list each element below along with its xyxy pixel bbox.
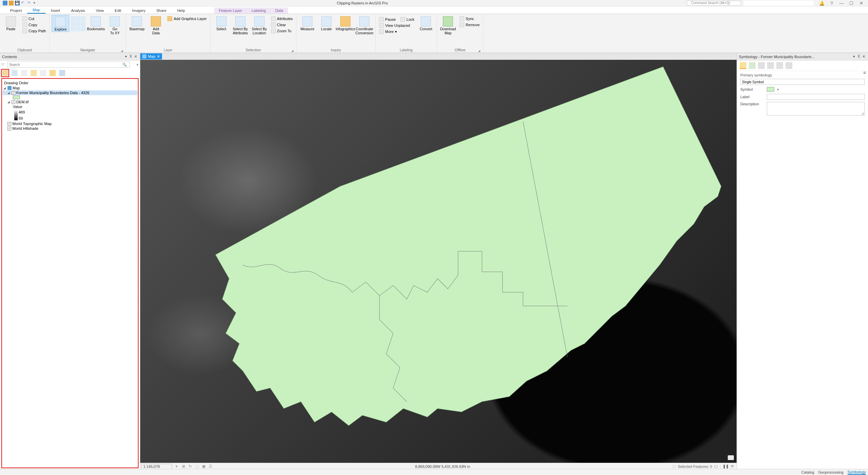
minimize-icon[interactable]: — xyxy=(838,1,845,6)
notifications-icon[interactable]: 🔔 xyxy=(818,1,825,6)
select-button[interactable]: Select xyxy=(213,15,230,31)
vary-by-attribute-tab-icon[interactable] xyxy=(749,62,756,69)
sync-button[interactable]: Sync xyxy=(458,16,481,21)
maximize-icon[interactable]: ☐ xyxy=(848,1,855,6)
symbology-close-icon[interactable]: ✕ xyxy=(861,54,866,59)
help-icon[interactable]: ? xyxy=(828,1,835,6)
tab-share[interactable]: Share xyxy=(151,7,172,14)
download-map-button[interactable]: Download Map xyxy=(439,15,457,35)
map-tab-close-icon[interactable]: ✕ xyxy=(157,54,160,59)
footer-tab-symbology[interactable]: Symbology xyxy=(848,470,866,475)
coordinate-conversion-button[interactable]: Coordinate Conversion xyxy=(356,15,373,35)
caret-icon[interactable]: ◢ xyxy=(7,91,11,94)
view-unplaced-button[interactable]: View Unplaced xyxy=(378,23,416,28)
list-by-selection-icon[interactable] xyxy=(21,70,27,76)
checkbox-topo[interactable]: ✓ xyxy=(7,122,11,126)
select-by-location-button[interactable]: Select By Location xyxy=(251,15,268,35)
caret-icon[interactable]: ◢ xyxy=(3,86,6,90)
selection-dialog-launcher[interactable]: ◢ xyxy=(291,49,293,52)
qat-customize-icon[interactable]: ▾ xyxy=(33,1,38,5)
infographics-button[interactable]: Infographics xyxy=(337,15,354,31)
list-by-labeling-icon[interactable] xyxy=(50,70,56,76)
contents-dropdown-icon[interactable]: ▾ xyxy=(124,54,128,59)
contents-search-input[interactable] xyxy=(7,61,130,68)
footer-tab-geoprocessing[interactable]: Geoprocessing xyxy=(818,470,844,474)
command-search-input[interactable]: Command Search (Alt+Q) xyxy=(687,1,741,6)
symbology-menu-icon[interactable]: ≡ xyxy=(863,70,866,75)
tab-feature-layer[interactable]: Feature Layer xyxy=(214,7,247,14)
redo-icon[interactable]: ↷ xyxy=(27,1,32,5)
attributes-button[interactable]: Attributes xyxy=(270,16,294,21)
layer-boundaries[interactable]: ◢ ✓ Former Municipality Boundaries Data … xyxy=(3,90,137,95)
tab-edit[interactable]: Edit xyxy=(109,7,127,14)
add-graphics-layer-button[interactable]: Add Graphics Layer xyxy=(166,16,208,21)
explore-button[interactable]: Explore xyxy=(52,15,69,32)
paste-button[interactable]: Paste xyxy=(2,15,20,31)
symbology-dropdown-icon[interactable]: ▾ xyxy=(852,54,856,59)
caret-icon[interactable]: ◢ xyxy=(7,100,11,104)
filter-icon[interactable]: ▽ xyxy=(1,62,6,67)
scale-dropdown-icon[interactable]: ▾ xyxy=(174,464,179,469)
bookmarks-button[interactable]: Bookmarks xyxy=(87,15,105,31)
label-input[interactable] xyxy=(767,94,865,100)
pause-drawing-icon[interactable]: ❚❚ xyxy=(723,464,729,469)
zoom-to-selection-button[interactable]: Zoom To xyxy=(270,28,294,34)
tab-view[interactable]: View xyxy=(90,7,109,14)
list-by-snapping-icon[interactable] xyxy=(40,70,46,76)
undo-icon[interactable]: ↶ xyxy=(21,1,26,5)
select-by-attributes-button[interactable]: Select By Attributes xyxy=(232,15,249,35)
tab-project[interactable]: Project xyxy=(5,7,27,14)
rotation-icon[interactable]: ↻ xyxy=(188,464,193,469)
pause-labels-button[interactable]: Pause Lock xyxy=(378,17,416,22)
scale-input[interactable]: 1:145,078 xyxy=(142,464,172,469)
primary-symbology-tab-icon[interactable] xyxy=(740,62,746,69)
convert-labels-button[interactable]: Convert xyxy=(417,15,435,31)
footer-tab-catalog[interactable]: Catalog xyxy=(801,470,814,474)
basemap-button[interactable]: Basemap xyxy=(128,15,146,31)
layer-hillshade[interactable]: ✓ World Hillshade xyxy=(3,126,137,131)
list-by-editing-icon[interactable] xyxy=(31,70,37,76)
map-canvas[interactable] xyxy=(140,60,737,463)
labeling-more-button[interactable]: More ▾ xyxy=(378,29,416,34)
symbol-patch-boundaries[interactable] xyxy=(3,95,137,100)
nav-direction-pad[interactable] xyxy=(71,15,86,31)
copy-button[interactable]: Copy xyxy=(21,22,47,28)
tab-help[interactable]: Help xyxy=(172,7,191,14)
cut-button[interactable]: Cut xyxy=(21,16,47,21)
contents-pin-icon[interactable]: ⊼ xyxy=(128,54,133,59)
tab-data[interactable]: Data xyxy=(271,7,288,14)
list-by-drawing-order-icon[interactable] xyxy=(2,70,8,76)
display-tab-icon[interactable] xyxy=(785,62,792,69)
checkbox-boundaries[interactable]: ✓ xyxy=(12,91,15,95)
list-by-data-source-icon[interactable] xyxy=(12,70,18,76)
tab-imagery[interactable]: Imagery xyxy=(127,7,151,14)
list-by-perceptual-icon[interactable] xyxy=(59,70,65,76)
close-window-icon[interactable]: ✕ xyxy=(858,1,865,6)
tab-labeling[interactable]: Labeling xyxy=(247,7,271,14)
primary-symbology-select[interactable] xyxy=(740,79,865,85)
save-icon[interactable]: 💾 xyxy=(15,1,20,5)
locate-button[interactable]: Locate xyxy=(318,15,335,31)
add-data-button[interactable]: Add Data xyxy=(147,15,165,35)
symbol-dropdown-icon[interactable]: ▾ xyxy=(777,87,779,92)
checkbox-hillshade[interactable]: ✓ xyxy=(7,127,11,130)
offline-dialog-launcher[interactable]: ◢ xyxy=(478,49,480,52)
basemap-attribution-icon[interactable] xyxy=(728,455,734,460)
search-icon[interactable]: 🔍 xyxy=(122,63,126,67)
advanced-tab-icon[interactable] xyxy=(767,62,774,69)
layer-dem[interactable]: ◢ ✓ DEM.tif xyxy=(3,100,137,104)
tab-analysis[interactable]: Analysis xyxy=(66,7,90,14)
filter-tab-icon[interactable] xyxy=(776,62,783,69)
goto-xy-button[interactable]: Go To XY xyxy=(106,15,124,35)
symbology-pin-icon[interactable]: ⊼ xyxy=(856,54,861,59)
contents-close-icon[interactable]: ✕ xyxy=(133,54,138,59)
copy-path-button[interactable]: Copy Path xyxy=(21,28,47,34)
tab-insert[interactable]: Insert xyxy=(46,7,66,14)
open-project-icon[interactable] xyxy=(9,1,14,5)
symbol-swatch[interactable] xyxy=(767,87,774,92)
map-view-tab[interactable]: Map ✕ xyxy=(140,53,162,59)
dynamic-icon[interactable]: ☲ xyxy=(208,464,213,469)
clear-selection-button[interactable]: Clear xyxy=(270,22,294,28)
refresh-icon[interactable]: ⟳ xyxy=(731,464,734,469)
layer-topo[interactable]: ✓ World Topographic Map xyxy=(3,121,137,126)
